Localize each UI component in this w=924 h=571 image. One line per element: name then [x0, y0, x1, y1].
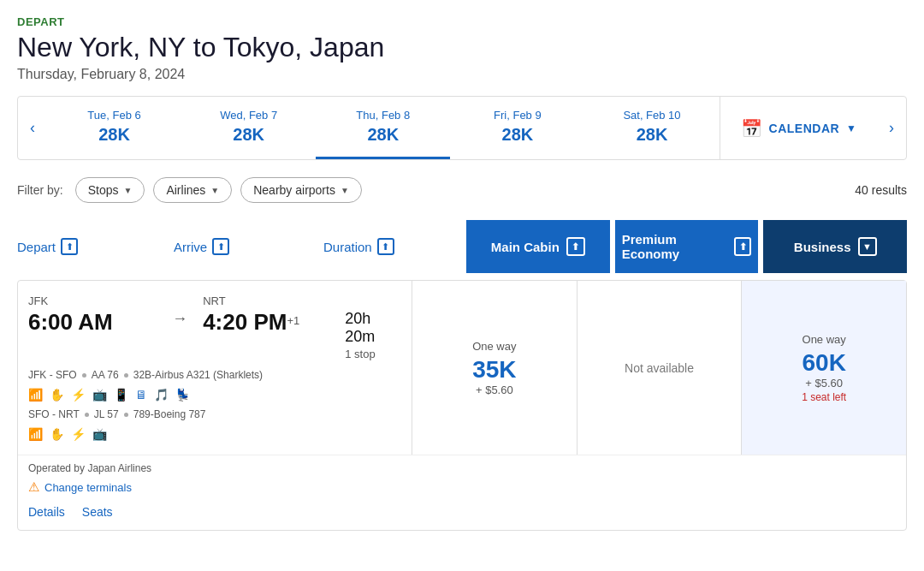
main-cabin-cell-label: One way [472, 340, 516, 353]
date-nav-prev[interactable]: ‹ [18, 97, 47, 159]
cabin-headers: Main Cabin ⬆ Premium Economy ⬆ Business … [466, 220, 907, 273]
duration-time: 20h 20m [345, 310, 401, 346]
seg2-entertainment-icon: 📺 [92, 427, 107, 441]
seg1-aircraft: 32B-Airbus A321 (Sharklets) [133, 369, 263, 381]
usb-icon: ⚡ [71, 388, 86, 401]
cabin-main-cabin-header[interactable]: Main Cabin ⬆ [466, 220, 610, 273]
date-label-0: Tue, Feb 6 [54, 109, 175, 122]
cabin-main-cabin-sort-icon: ⬆ [566, 237, 585, 256]
route-title: New York, NY to Tokyo, Japan [17, 32, 907, 63]
cabin-business-header[interactable]: Business ▼ [763, 220, 907, 273]
date-nav-next[interactable]: › [877, 97, 906, 159]
date-item-2[interactable]: Thu, Feb 8 28K [316, 97, 450, 159]
filter-airlines[interactable]: Airlines ▼ [153, 177, 232, 203]
details-button[interactable]: Details [28, 502, 65, 523]
filter-nearby-airports[interactable]: Nearby airports ▼ [240, 177, 362, 203]
sort-depart-icon: ⬆ [61, 238, 78, 255]
cabin-premium-economy-sort-icon: ⬆ [734, 237, 751, 256]
cabin-premium-economy-label: Premium Economy [622, 232, 727, 261]
card-actions: Details Seats [28, 502, 896, 523]
date-item-1[interactable]: Wed, Feb 7 28K [181, 97, 316, 159]
seats-button[interactable]: Seats [82, 502, 113, 523]
sort-duration-icon: ⬆ [377, 238, 394, 255]
sort-depart-label: Depart [17, 240, 56, 254]
calendar-button[interactable]: 📅 CALENDAR ▼ [720, 97, 877, 159]
sort-depart[interactable]: Depart ⬆ [17, 220, 167, 273]
wifi-icon: 📶 [28, 388, 43, 401]
arrive-section: NRT 4:20 PM +1 [203, 294, 331, 336]
business-cell-price: 60K [802, 349, 845, 377]
stops-badge: 1 stop [345, 348, 401, 360]
date-price-3: 28K [457, 125, 578, 145]
date-item-3[interactable]: Fri, Feb 9 28K [450, 97, 584, 159]
change-terminals-label: Change terminals [44, 481, 132, 494]
arrive-day-offset: +1 [287, 314, 299, 327]
segment1-details: JFK - SFO AA 76 32B-Airbus A321 (Sharkle… [28, 369, 401, 381]
date-label-1: Wed, Feb 7 [188, 109, 309, 122]
arrive-time: 4:20 PM +1 [203, 309, 331, 336]
arrive-time-value: 4:20 PM [203, 309, 287, 336]
filter-stops-chevron-icon: ▼ [124, 186, 133, 195]
cabin-premium-economy-header[interactable]: Premium Economy ⬆ [615, 220, 759, 273]
seg1-dot2 [124, 373, 128, 378]
seg2-airline: JL 57 [94, 408, 119, 420]
date-label-2: Thu, Feb 8 [323, 109, 443, 122]
depart-airport-code: JFK [28, 294, 157, 307]
filter-airlines-label: Airlines [166, 183, 205, 197]
depart-section: JFK 6:00 AM [28, 294, 157, 336]
main-cabin-cell-price: 35K [472, 356, 516, 384]
date-item-0[interactable]: Tue, Feb 6 28K [47, 97, 181, 159]
premium-economy-unavailable: Not available [625, 361, 694, 375]
filter-nearby-airports-label: Nearby airports [253, 183, 335, 197]
sort-arrive-icon: ⬆ [212, 238, 229, 255]
date-price-0: 28K [54, 125, 175, 145]
entertainment-icon: 📺 [92, 388, 107, 401]
sort-duration[interactable]: Duration ⬆ [317, 220, 466, 273]
flight-arrow: → [157, 294, 203, 328]
date-nav-dates: Tue, Feb 6 28K Wed, Feb 7 28K Thu, Feb 8… [47, 97, 720, 159]
seg2-dot2 [124, 413, 128, 417]
business-cell-fee: + $5.60 [805, 377, 843, 390]
date-item-4[interactable]: Sat, Feb 10 28K [584, 97, 719, 159]
arrive-airport-code: NRT [203, 294, 331, 307]
filter-airlines-chevron-icon: ▼ [210, 186, 219, 195]
operated-by: Operated by Japan Airlines [28, 462, 896, 474]
premium-economy-cell: Not available [577, 281, 742, 455]
sort-header: Depart ⬆ Arrive ⬆ Duration ⬆ Main Cabin … [17, 220, 907, 273]
depart-label: DEPART [17, 15, 907, 28]
date-nav-container: ‹ Tue, Feb 6 28K Wed, Feb 7 28K Thu, Feb… [17, 96, 907, 160]
date-label-4: Sat, Feb 10 [591, 109, 712, 122]
main-cabin-cell[interactable]: One way 35K + $5.60 [412, 281, 577, 455]
seg1-route: JFK - SFO [28, 369, 77, 381]
seg1-airline: AA 76 [92, 369, 119, 381]
flight-card: JFK 6:00 AM → NRT 4:20 PM +1 [17, 280, 907, 531]
depart-time: 6:00 AM [28, 309, 157, 336]
change-terminals[interactable]: ⚠ Change terminals [28, 479, 896, 495]
warning-icon: ⚠ [28, 479, 39, 495]
seg2-amenities: 📶 ✋ ⚡ 📺 [28, 427, 401, 441]
date-subtitle: Thursday, February 8, 2024 [17, 67, 907, 82]
business-cell-label: One way [803, 333, 846, 346]
seg2-route: SFO - NRT [28, 408, 80, 420]
seg2-power-icon: ✋ [50, 427, 64, 441]
filter-by-label: Filter by: [17, 183, 63, 197]
cabin-main-cabin-label: Main Cabin [491, 240, 560, 254]
seg2-usb-icon: ⚡ [71, 427, 86, 441]
business-cell[interactable]: One way 60K + $5.60 1 seat left [741, 281, 906, 455]
date-price-2: 28K [323, 125, 443, 145]
date-price-4: 28K [591, 125, 712, 145]
filter-stops[interactable]: Stops ▼ [75, 177, 145, 203]
cabin-cells: One way 35K + $5.60 Not available One wa… [412, 281, 906, 455]
date-price-1: 28K [188, 125, 309, 145]
seg2-aircraft: 789-Boeing 787 [133, 408, 206, 420]
flight-info-col: JFK 6:00 AM → NRT 4:20 PM +1 [18, 281, 412, 455]
seg1-amenities: 📶 ✋ ⚡ 📺 📱 🖥 🎵 💺 [28, 388, 401, 401]
segment2-details: SFO - NRT JL 57 789-Boeing 787 [28, 408, 401, 420]
seat-icon: 💺 [175, 388, 190, 401]
seg2-dot1 [85, 413, 89, 417]
calendar-label: CALENDAR [769, 122, 840, 135]
business-cell-alert: 1 seat left [802, 391, 846, 403]
sort-arrive-label: Arrive [174, 240, 207, 254]
sort-arrive[interactable]: Arrive ⬆ [167, 220, 317, 273]
duration-section: 20h 20m 1 stop [345, 294, 401, 360]
